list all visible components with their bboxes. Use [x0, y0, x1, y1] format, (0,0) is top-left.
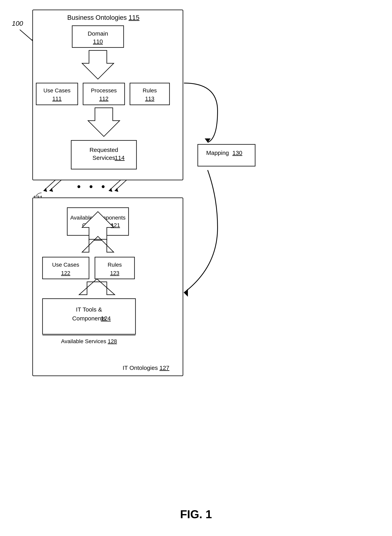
- processes-ref: 112: [99, 96, 109, 102]
- curve-arrow-down-to-mapping: [184, 83, 218, 142]
- business-ontologies-title: Business Ontologies 115: [67, 14, 140, 21]
- rules-ref-it: 123: [110, 270, 119, 276]
- use-cases-ref-business: 111: [52, 96, 62, 102]
- curve-arrow-up-from-mapping: [184, 170, 218, 293]
- processes-label: Processes: [91, 87, 117, 93]
- use-cases-label-it: Use Cases: [52, 262, 79, 268]
- requested-services-label: Requested: [89, 147, 118, 153]
- curve-arrowhead-down: [205, 139, 211, 142]
- domain-label: Domain: [88, 30, 108, 37]
- use-cases-ref-it: 122: [61, 270, 70, 276]
- rules-ref-business: 113: [145, 96, 154, 102]
- ref-100-label: 100: [12, 20, 23, 27]
- diagram-svg: 100 Business Ontologies 115 Domain 110 U…: [0, 0, 392, 536]
- domain-ref: 110: [93, 38, 103, 45]
- rules-label-business: Rules: [143, 87, 157, 93]
- rules-label-it: Rules: [107, 262, 122, 268]
- it-tools-label: IT Tools &: [76, 306, 102, 313]
- it-tools-ref: 124: [101, 315, 111, 322]
- it-ontologies-title: IT Ontologies 127: [123, 364, 169, 371]
- available-services-label: Available Services 128: [61, 338, 117, 344]
- requested-services-ref: 114: [115, 154, 125, 161]
- figure-label: FIG. 1: [180, 508, 212, 521]
- mapping-ref: 130: [232, 149, 242, 156]
- use-cases-label-business: Use Cases: [43, 87, 71, 93]
- requested-services-label2: Services: [92, 154, 115, 161]
- curve-arrowhead-up: [184, 289, 188, 297]
- dots: • • •: [77, 181, 108, 192]
- mapping-label: Mapping: [206, 149, 229, 156]
